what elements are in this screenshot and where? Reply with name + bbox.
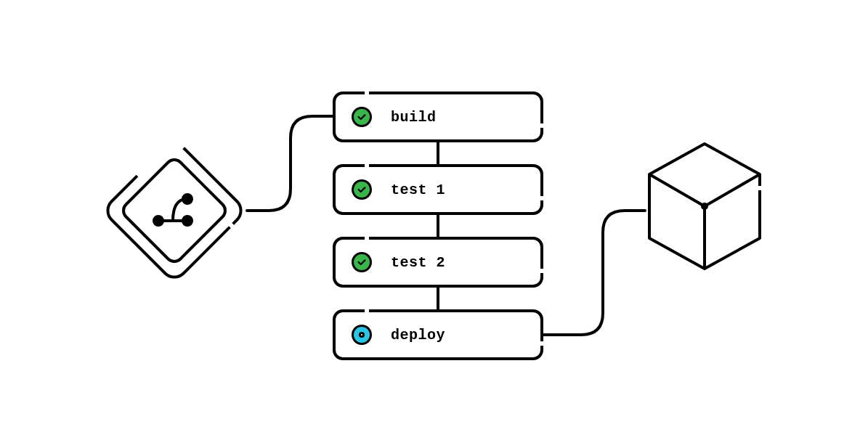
source-diamond bbox=[102, 139, 246, 283]
status-success-icon bbox=[352, 252, 372, 272]
svg-point-3 bbox=[183, 216, 192, 225]
svg-rect-0 bbox=[102, 139, 246, 283]
stage-build: build bbox=[333, 92, 543, 142]
connector-lines bbox=[0, 0, 868, 443]
status-running-icon bbox=[352, 325, 372, 345]
status-success-icon bbox=[352, 107, 372, 127]
svg-point-4 bbox=[183, 195, 192, 203]
svg-point-2 bbox=[154, 216, 163, 225]
pipeline-diagram: build test 1 test 2 deploy bbox=[0, 0, 868, 443]
stage-test-1: test 1 bbox=[333, 164, 543, 215]
git-branch-icon bbox=[154, 195, 192, 225]
stage-label: test 2 bbox=[391, 254, 445, 271]
svg-point-10 bbox=[702, 204, 707, 208]
stage-label: build bbox=[391, 109, 437, 126]
status-success-icon bbox=[352, 179, 372, 200]
stage-test-2: test 2 bbox=[333, 237, 543, 288]
stage-deploy: deploy bbox=[333, 309, 543, 360]
stage-label: test 1 bbox=[391, 182, 445, 198]
cube-icon bbox=[649, 144, 760, 269]
svg-rect-1 bbox=[120, 156, 229, 265]
stage-label: deploy bbox=[391, 327, 445, 344]
